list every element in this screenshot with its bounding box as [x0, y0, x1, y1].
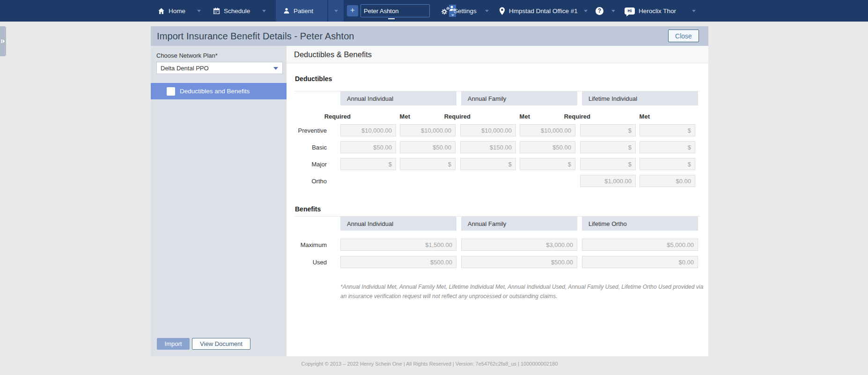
sidebar-item-deductibles-and-benefits[interactable]: Deductibles and Benefits	[151, 83, 287, 99]
deductible-field[interactable]	[460, 158, 516, 170]
empty-cell	[400, 175, 456, 187]
empty-cell	[460, 175, 516, 187]
column-group-header: Lifetime Individual	[582, 91, 698, 105]
deductible-field[interactable]	[640, 158, 695, 170]
home-icon	[158, 8, 165, 15]
deductibles-subheaders: RequiredMetRequiredMetRequiredMet	[295, 113, 700, 120]
nav-user-caret[interactable]	[692, 0, 696, 22]
chevron-down-icon	[584, 10, 588, 12]
deductible-field[interactable]	[520, 141, 575, 153]
footnote: *Annual Individual Met, Annual Family Me…	[340, 282, 705, 301]
close-button[interactable]: Close	[668, 30, 699, 42]
benefit-field[interactable]	[582, 256, 698, 268]
nav-location-caret[interactable]	[584, 0, 588, 22]
nav-schedule-caret[interactable]	[262, 0, 266, 22]
nav-patient-caret[interactable]	[328, 0, 344, 22]
benefits-group-headers: Annual IndividualAnnual FamilyLifetime O…	[295, 217, 700, 231]
dialog-sidebar: Choose Network Plan* Delta Dental PPO De…	[151, 46, 287, 356]
nav-schedule-label: Schedule	[224, 8, 250, 15]
chevron-down-icon	[334, 10, 338, 12]
row-label: Preventive	[295, 127, 340, 134]
deductible-field[interactable]	[340, 141, 396, 153]
nav-location[interactable]: Hmpstad Dntal Office #1	[499, 0, 578, 22]
subheader-label: Met	[354, 113, 410, 120]
chevron-down-icon	[485, 10, 489, 12]
benefits-rows: MaximumUsed	[295, 239, 700, 268]
deductible-field[interactable]	[460, 124, 516, 136]
deductibles-checkbox[interactable]	[167, 87, 175, 96]
deductible-field[interactable]	[400, 141, 456, 153]
dialog-title: Import Insurance Benefit Details - Peter…	[151, 31, 354, 42]
row-label: Maximum	[295, 241, 340, 248]
nav-patient-label: Patient	[294, 8, 313, 15]
chevron-down-icon	[197, 10, 201, 12]
network-plan-value: Delta Dental PPO	[161, 65, 209, 72]
benefit-field[interactable]	[461, 239, 577, 251]
nav-home[interactable]: Home	[158, 0, 185, 22]
nav-help[interactable]: ?	[596, 0, 603, 22]
patient-search-input[interactable]	[361, 5, 449, 17]
nav-help-caret[interactable]	[611, 0, 615, 22]
deductible-field[interactable]	[640, 124, 695, 136]
deductibles-group-headers: Annual IndividualAnnual FamilyLifetime I…	[295, 91, 700, 105]
dialog-header: Import Insurance Benefit Details - Peter…	[151, 26, 708, 46]
deductible-field[interactable]	[580, 175, 636, 187]
hi-speech-bubble-icon: Hi	[625, 8, 635, 15]
nav-home-label: Home	[169, 8, 185, 15]
nav-settings[interactable]: Settings	[441, 0, 477, 22]
deductible-field[interactable]	[640, 141, 695, 153]
deductible-field[interactable]	[580, 124, 636, 136]
nav-user[interactable]: Hi Heroclix Thor	[625, 0, 676, 22]
deductible-field[interactable]	[640, 175, 695, 187]
dialog-main-panel: Deductibles & Benefits Deductibles Annua…	[287, 46, 708, 356]
nav-settings-caret[interactable]	[485, 0, 489, 22]
table-row: Ortho	[295, 175, 700, 187]
column-group-header: Annual Individual	[340, 91, 456, 105]
table-row: Major	[295, 158, 700, 170]
deductible-field[interactable]	[400, 124, 456, 136]
view-document-button[interactable]: View Document	[192, 338, 250, 350]
gear-icon	[441, 7, 450, 15]
person-icon	[283, 8, 290, 14]
patient-search	[360, 4, 430, 17]
benefit-field[interactable]	[340, 239, 456, 251]
nav-tab-patient[interactable]: Patient	[276, 0, 327, 22]
deductible-field[interactable]	[520, 124, 575, 136]
subheader-label: Met	[594, 113, 650, 120]
add-tab-button[interactable]: +	[347, 5, 358, 16]
nav-schedule[interactable]: Schedule	[213, 0, 250, 22]
deductible-field[interactable]	[580, 158, 636, 170]
subheader-label: Required	[295, 113, 351, 120]
deductible-field[interactable]	[340, 158, 396, 170]
row-label: Basic	[295, 144, 340, 151]
deductible-field[interactable]	[460, 141, 516, 153]
copyright-footer: Copyright © 2013 – 2022 Henry Schein One…	[151, 361, 708, 367]
content-heading: Deductibles & Benefits	[294, 50, 372, 59]
column-group-header: Annual Family	[461, 217, 577, 231]
deductible-field[interactable]	[400, 158, 456, 170]
network-plan-select[interactable]: Delta Dental PPO	[156, 62, 283, 74]
deductible-field[interactable]	[580, 141, 636, 153]
row-label: Major	[295, 161, 340, 168]
expand-panel-handle[interactable]	[0, 26, 6, 56]
deductible-field[interactable]	[520, 158, 575, 170]
search-underline	[388, 18, 395, 19]
empty-cell	[340, 175, 396, 187]
top-navbar: Home Schedule Patient +	[0, 0, 868, 22]
content-header-strip: Deductibles & Benefits	[287, 46, 708, 63]
empty-cell	[520, 175, 575, 187]
expand-right-icon	[1, 39, 5, 44]
deductible-field[interactable]	[340, 124, 396, 136]
table-row: Preventive	[295, 124, 700, 136]
benefit-field[interactable]	[582, 239, 698, 251]
sidebar-item-label: Deductibles and Benefits	[180, 88, 250, 95]
benefit-field[interactable]	[340, 256, 456, 268]
import-insurance-dialog: Import Insurance Benefit Details - Peter…	[151, 26, 708, 356]
chevron-down-icon	[692, 10, 696, 12]
column-group-header: Annual Family	[461, 91, 577, 105]
benefit-field[interactable]	[461, 256, 577, 268]
subheader-label: Required	[415, 113, 471, 120]
nav-settings-label: Settings	[454, 8, 477, 15]
import-button[interactable]: Import	[157, 338, 190, 350]
nav-home-caret[interactable]	[197, 0, 201, 22]
